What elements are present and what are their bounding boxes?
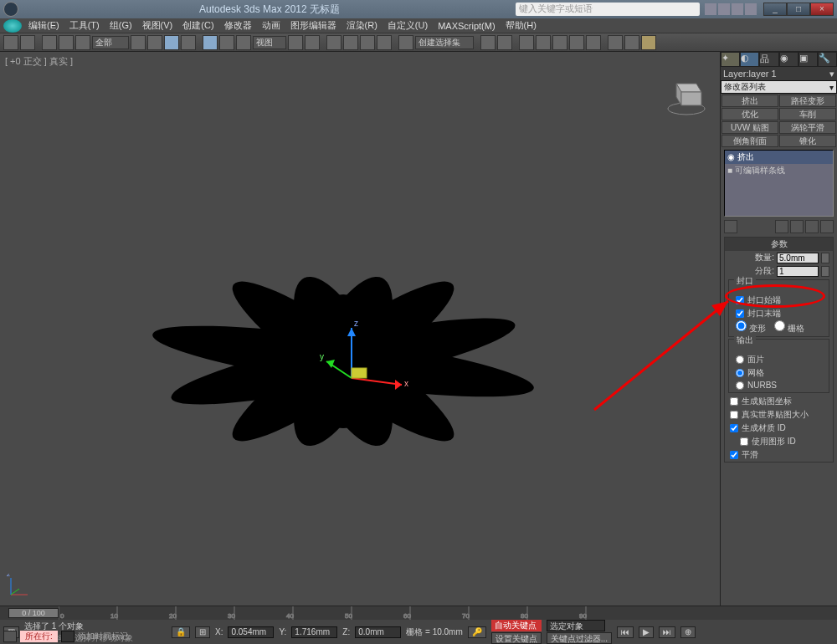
lock-selection-button[interactable]: 🔒 [172,626,190,638]
tab-hierarchy[interactable]: 品 [759,52,778,67]
menu-maxscript[interactable]: MAXScript(M) [438,21,495,31]
graphite-button[interactable] [536,35,551,50]
smooth-checkbox[interactable] [730,451,738,459]
mod-uvwmap-button[interactable]: UVW 贴图 [721,121,778,134]
realworld-checkbox[interactable] [730,411,738,419]
segments-spinner[interactable]: 1 [777,266,819,277]
info-icon[interactable] [745,3,757,15]
selection-filter-combo[interactable]: 全部 [92,36,129,49]
named-sel-combo[interactable]: 创建选择集 [415,36,474,49]
close-button[interactable]: × [810,3,834,16]
mod-bevelprofile-button[interactable]: 倒角剖面 [721,135,778,147]
move-button[interactable] [203,35,218,50]
select-button[interactable] [131,35,146,50]
bind-button[interactable] [75,35,90,50]
undo-button[interactable] [3,35,18,50]
redo-button[interactable] [20,35,35,50]
modifier-list-dropdown[interactable]: 修改器列表▾ [721,80,837,94]
x-coord-field[interactable]: 0.054mm [228,626,274,638]
snap-toggle-button[interactable] [326,35,341,50]
viewport-nav-button[interactable]: ⊕ [680,626,696,638]
script-toggle-button[interactable] [3,631,17,642]
grid-radio[interactable]: 栅格 [774,320,804,335]
menu-customize[interactable]: 自定义(U) [388,19,428,32]
menu-rendering[interactable]: 渲染(R) [347,19,377,32]
spinner-snap-button[interactable] [377,35,392,50]
remove-mod-button[interactable] [805,220,819,233]
layer-selector[interactable]: Layer:layer 1 ▾ [721,67,837,80]
amount-spinner[interactable]: 5.0mm [777,253,819,263]
listener-line-label[interactable]: 所在行: [20,631,58,642]
play-button[interactable]: ▶ [639,626,654,638]
layers-button[interactable] [519,35,534,50]
search-input[interactable]: 键入关键字或短语 [516,3,700,16]
edit-named-sel-button[interactable] [398,35,413,50]
gen-mapping-checkbox[interactable] [730,397,738,406]
configure-sets-button[interactable] [820,220,834,233]
menu-animation[interactable]: 动画 [262,19,280,32]
render-button[interactable] [641,35,656,50]
morph-radio[interactable]: 变形 [736,320,766,335]
scale-button[interactable] [236,35,251,50]
render-setup-button[interactable] [608,35,623,50]
help-icon[interactable] [705,3,716,15]
add-time-tag-label[interactable]: 添加时间标记 [78,631,128,642]
pin-stack-button[interactable] [724,220,737,233]
y-coord-field[interactable]: 1.716mm [291,626,337,638]
abs-mode-button[interactable]: ⊞ [195,626,210,638]
star-icon[interactable] [718,3,730,15]
rollout-title[interactable]: 参数 [725,238,833,251]
material-editor-button[interactable] [586,35,601,50]
show-result-button[interactable] [775,220,788,233]
menu-modifiers[interactable]: 修改器 [224,19,252,32]
curve-editor-button[interactable] [552,35,567,50]
amount-spin-buttons[interactable] [821,253,829,263]
pivot-button[interactable] [288,35,303,50]
angle-snap-button[interactable] [343,35,358,50]
align-button[interactable] [497,35,512,50]
auto-key-button[interactable]: 自动关键点 [491,620,542,631]
key-filter-button[interactable]: 关键点过滤器... [547,632,612,644]
use-shapeid-checkbox[interactable] [740,437,748,446]
minimize-button[interactable]: _ [763,3,787,16]
percent-snap-button[interactable] [360,35,375,50]
menu-views[interactable]: 视图(V) [142,19,173,32]
play-next-button[interactable]: ⏭ [659,626,675,638]
select-name-button[interactable] [147,35,162,50]
max-logo-icon[interactable] [3,19,22,33]
rotate-button[interactable] [219,35,234,50]
time-slider-thumb[interactable]: 0 / 100 [8,608,59,618]
viewport[interactable]: [ +0 正交 ] 真实 ] x z y [0,52,720,606]
move-gizmo[interactable]: x z y [318,319,418,420]
mod-lathe-button[interactable]: 车削 [779,108,836,120]
tab-display[interactable]: ▣ [798,52,818,67]
link-button[interactable] [42,35,57,50]
modifier-stack[interactable]: ◉ 挤出 ■ 可编辑样条线 [724,150,834,217]
menu-edit[interactable]: 编辑(E) [28,19,59,32]
output-patch-radio[interactable] [736,355,744,364]
menu-create[interactable]: 创建(C) [182,19,213,32]
mini-listener-button[interactable] [61,631,74,642]
menu-help[interactable]: 帮助(H) [506,19,537,32]
tab-utilities[interactable]: 🔧 [818,52,837,67]
gen-matid-checkbox[interactable] [730,424,738,432]
viewcube[interactable] [661,69,711,119]
unlink-button[interactable] [59,35,74,50]
z-coord-field[interactable]: 0.0mm [355,626,401,638]
manipulate-button[interactable] [305,35,320,50]
mod-optimize-button[interactable]: 优化 [721,108,778,120]
viewport-label[interactable]: [ +0 正交 ] 真实 ] [5,55,73,68]
timeline-ruler[interactable]: 0 10 20 30 40 50 60 70 80 90 [59,606,837,620]
key-sel-combo[interactable]: 选定对象 [547,620,605,631]
menu-tools[interactable]: 工具(T) [69,19,100,32]
window-crossing-button[interactable] [181,35,196,50]
output-nurbs-radio[interactable] [736,381,744,390]
segments-spin-buttons[interactable] [821,266,829,277]
play-prev-button[interactable]: ⏮ [617,626,634,638]
time-slider[interactable]: 0 / 100 0 10 20 30 40 50 60 70 80 90 [0,606,837,620]
ref-coord-combo[interactable]: 视图 [253,36,286,49]
layer-dropdown-icon[interactable]: ▾ [829,69,834,79]
schematic-button[interactable] [569,35,584,50]
make-unique-button[interactable] [790,220,804,233]
mod-pathdeform-button[interactable]: 路径变形 [779,95,836,107]
